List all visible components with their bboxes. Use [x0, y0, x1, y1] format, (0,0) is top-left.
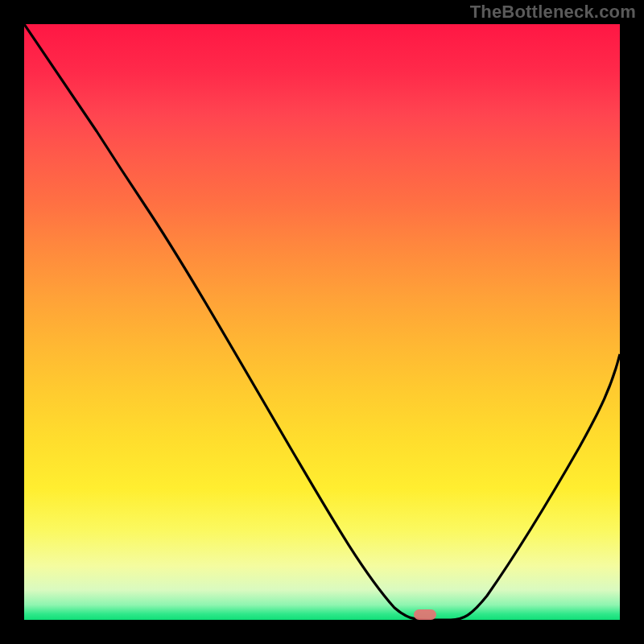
plot-area	[24, 24, 620, 620]
chart-container: TheBottleneck.com	[0, 0, 644, 644]
watermark-text: TheBottleneck.com	[470, 2, 636, 23]
optimal-marker	[414, 609, 436, 620]
curve-svg	[24, 24, 620, 620]
bottleneck-curve	[24, 24, 620, 620]
